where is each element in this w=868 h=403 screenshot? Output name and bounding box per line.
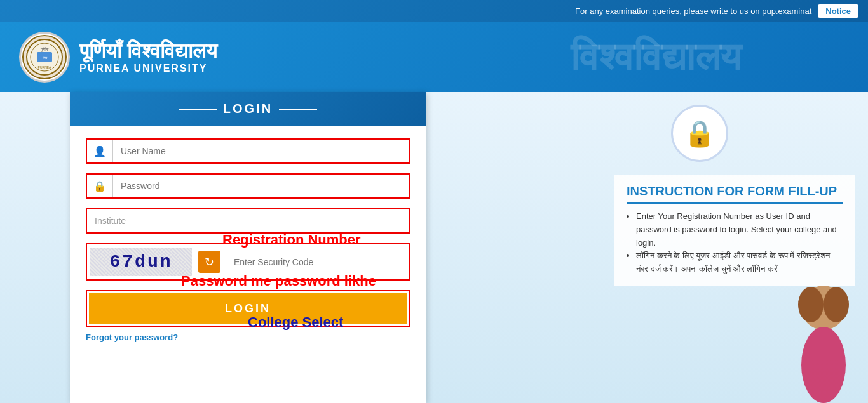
woman-illustration (785, 276, 862, 403)
notice-bar: For any examination queries, please writ… (0, 0, 868, 22)
captcha-input-wrapper (227, 254, 405, 270)
username-wrapper: 👤 (86, 138, 410, 164)
user-icon: 👤 (87, 140, 113, 162)
main-content: LOGIN 👤 🔒 Institute (0, 92, 868, 403)
instruction-list: Enter Your Registration Number as User I… (627, 210, 843, 276)
login-panel: LOGIN 👤 🔒 Institute (70, 92, 426, 403)
lock-icon-circle: 🔒 (671, 105, 728, 162)
institute-group: Institute (86, 208, 410, 234)
svg-text:पूर्णिया: पूर्णिया (40, 47, 49, 52)
login-title: LOGIN (223, 102, 273, 116)
instruction-item-2: लॉगिन करने के लिए यूजर आईडी और पासवर्ड क… (636, 249, 843, 276)
instruction-item-1: Enter Your Registration Number as User I… (636, 210, 843, 249)
password-input[interactable] (113, 175, 409, 197)
svg-text:PURNEA: PURNEA (38, 65, 52, 69)
forgot-password-link[interactable]: Forgot your password? (86, 333, 178, 342)
login-button-wrapper: LOGIN (86, 290, 410, 327)
password-group: 🔒 (86, 173, 410, 199)
forgot-password-area: Forgot your password? (86, 333, 410, 342)
svg-point-19 (824, 287, 849, 322)
svg-point-18 (798, 287, 824, 322)
lock-icon: 🔒 (684, 119, 715, 149)
captcha-text: 67dun (109, 252, 172, 272)
login-header: LOGIN (70, 92, 426, 126)
instruction-title: INSTRUCTION FOR FORM FILL-UP (627, 184, 843, 204)
login-form: 👤 🔒 Institute (70, 126, 426, 355)
captcha-group: 67dun ↻ (86, 243, 410, 281)
institute-select[interactable]: Institute (87, 209, 409, 232)
login-button[interactable]: LOGIN (89, 293, 407, 324)
lock-field-icon: 🔒 (87, 175, 113, 197)
university-english-name: PURNEA UNIVERSITY (79, 63, 217, 74)
university-logo: पूर्णिया विश्व PURNEA (19, 32, 70, 83)
svg-text:विश्व: विश्व (42, 56, 48, 60)
instruction-box: INSTRUCTION FOR FORM FILL-UP Enter Your … (614, 175, 855, 286)
captcha-row: 67dun ↻ (86, 243, 410, 281)
password-wrapper: 🔒 (86, 173, 410, 199)
header-bg-text: विश्वविद्यालय (571, 35, 741, 79)
notice-text: For any examination queries, please writ… (575, 6, 811, 16)
logo-text: पूर्णियाँ विश्वविद्यालय PURNEA UNIVERSIT… (79, 40, 217, 74)
username-group: 👤 (86, 138, 410, 164)
institute-wrapper: Institute (86, 208, 410, 234)
username-input[interactable] (113, 140, 409, 162)
header: विश्वविद्यालय पूर्णिया विश्व PURNEA पूर्… (0, 22, 868, 92)
svg-point-17 (801, 327, 846, 403)
university-hindi-name: पूर्णियाँ विश्वविद्यालय (79, 40, 217, 62)
captcha-image: 67dun (90, 248, 192, 276)
security-code-input[interactable] (234, 254, 405, 270)
logo-area: पूर्णिया विश्व PURNEA पूर्णियाँ विश्वविद… (19, 32, 217, 83)
captcha-refresh-button[interactable]: ↻ (198, 251, 220, 273)
logo-inner: पूर्णिया विश्व PURNEA (22, 35, 67, 79)
notice-button[interactable]: Notice (818, 4, 858, 18)
